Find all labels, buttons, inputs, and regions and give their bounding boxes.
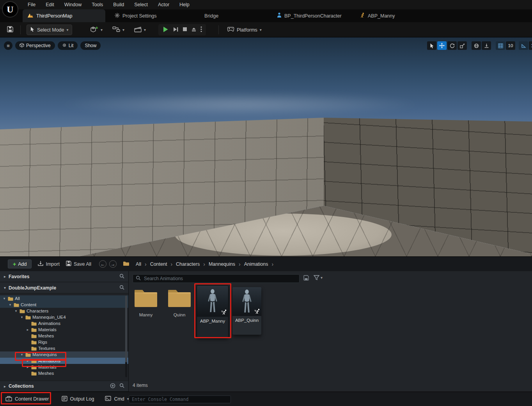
chevron-down-icon[interactable]: ▾ [20,315,24,319]
surface-snap-button[interactable] [482,41,491,50]
asset-folder-manny[interactable]: Manny [133,288,158,317]
cinematics-dropdown[interactable]: ▾ [131,25,149,35]
move-tool-button[interactable] [437,41,447,50]
chevron-right-icon[interactable]: ▸ [26,365,30,369]
unreal-logo-icon[interactable]: U [2,1,18,18]
save-level-button[interactable] [4,25,16,35]
menu-item-tools[interactable]: Tools [87,0,108,9]
perspective-dropdown[interactable]: Perspective [15,41,55,50]
asset-search-box[interactable] [133,274,300,283]
add-button[interactable]: + Add [8,259,32,268]
add-collection-icon[interactable] [110,383,115,390]
tree-item-all[interactable]: ▾All [0,295,128,302]
asset-folder-quinn[interactable]: Quinn [167,288,192,317]
show-label: Show [85,43,96,48]
collections-section-header[interactable]: ▸ Collections [0,381,128,392]
tree-item-textures[interactable]: Textures [0,345,128,351]
menu-item-window[interactable]: Window [59,0,87,9]
favorites-section-header[interactable]: ▸ Favorites [0,271,128,282]
back-button[interactable]: ← [99,260,106,268]
lit-dropdown[interactable]: Lit [58,41,78,50]
play-options-menu[interactable] [200,26,202,34]
search-icon[interactable] [119,383,124,389]
play-button[interactable] [162,26,169,34]
grid-snap-value[interactable]: 10 [506,41,515,50]
tree-item-animations[interactable]: Animations [0,320,128,327]
tree-item-content[interactable]: ▾Content [0,302,128,308]
tree-item-label: Materials [38,327,57,332]
blueprints-dropdown[interactable]: ▾ [109,25,128,35]
breadcrumb-item-mannequins[interactable]: Mannequins [209,261,235,267]
tab-thirdpersonmap[interactable]: ThirdPersonMap [23,9,105,22]
save-search-icon[interactable] [303,275,309,282]
frame-skip-button[interactable] [173,27,179,33]
lit-label: Lit [69,43,74,48]
menu-item-build[interactable]: Build [108,0,129,9]
grid-snap-button[interactable] [496,41,505,50]
tab-project settings[interactable]: Project Settings [110,9,161,22]
stop-button[interactable] [183,27,187,33]
project-section-header[interactable]: ▾ DoubleJumpExample [0,282,128,293]
content-drawer-button[interactable]: Content Drawer [1,392,54,406]
console-command-input[interactable] [129,395,231,403]
chevron-down-icon[interactable]: ▾ [8,303,12,307]
tree-item-meshes[interactable]: Meshes [0,370,128,376]
chevron-right-icon[interactable]: ▸ [26,328,30,332]
viewport-options-menu[interactable]: ≡ [4,41,12,50]
menu-item-actor[interactable]: Actor [153,0,174,9]
show-dropdown[interactable]: Show [80,41,101,50]
asset-abp_manny[interactable]: ABP_Manny [197,286,228,337]
menu-item-edit[interactable]: Edit [41,0,59,9]
rotation-snap-button[interactable] [519,41,528,50]
svg-text:+: + [96,26,98,30]
tree-item-animations[interactable]: ▸Animations [0,358,128,364]
tab-bridge[interactable]: Bridge [200,9,223,22]
world-coordinate-button[interactable] [472,41,481,50]
asset-thumbnail [232,287,261,316]
tree-scrollbar-thumb[interactable] [125,295,127,362]
platforms-dropdown[interactable]: Platforms ▾ [224,25,265,35]
breadcrumb-item-all[interactable]: All [136,261,141,267]
tree-item-characters[interactable]: ▾Characters [0,308,128,314]
tab-bp_thirdpersoncharacter[interactable]: BP_ThirdPersonCharacter [272,9,346,22]
chevron-down-icon[interactable]: ▾ [2,297,6,300]
level-viewport[interactable]: ≡ Perspective Lit Show 10 [0,37,532,256]
tab-label: Bridge [204,13,218,19]
scale-tool-button[interactable] [458,41,467,50]
output-log-button[interactable]: Output Log [57,392,99,406]
tree-item-materials[interactable]: ▸Materials [0,364,128,370]
eject-button[interactable] [191,27,197,33]
breadcrumb-item-animations[interactable]: Animations [244,261,268,267]
forward-button[interactable]: → [109,260,117,268]
quick-add-dropdown[interactable]: + ▾ [87,25,106,35]
folder-icon [25,315,31,320]
tree-item-label: All [15,296,20,301]
menu-item-help[interactable]: Help [174,0,195,9]
menu-item-select[interactable]: Select [129,0,153,9]
chevron-down-icon[interactable]: ▾ [14,309,18,313]
tree-item-mannequin_ue4[interactable]: ▾Mannequin_UE4 [0,314,128,320]
import-button[interactable]: Import [38,261,59,267]
select-tool-button[interactable] [427,41,436,50]
breadcrumb-item-content[interactable]: Content [150,261,167,267]
tree-item-meshes[interactable]: Meshes [0,333,128,339]
search-input[interactable] [143,275,296,282]
chevron-right-icon: › [203,261,205,267]
search-icon[interactable] [119,274,124,280]
tree-item-rigs[interactable]: Rigs [0,339,128,345]
play-controls [158,24,206,35]
filter-dropdown[interactable]: ▾ [314,275,323,280]
tree-item-mannequins[interactable]: ▾Mannequins [0,351,128,358]
search-icon[interactable] [119,285,124,291]
tree-item-materials[interactable]: ▸Materials [0,327,128,333]
chevron-right-icon[interactable]: ▸ [26,359,30,363]
save-all-button[interactable]: Save All [66,261,91,267]
rotation-snap-value[interactable]: 10 [529,41,532,50]
select-mode-dropdown[interactable]: Select Mode ▾ [27,25,72,35]
asset-abp_quinn[interactable]: ABP_Quinn [232,287,261,335]
menu-item-file[interactable]: File [23,0,41,9]
tab-abp_manny[interactable]: ABP_Manny [355,9,399,22]
rotate-tool-button[interactable] [447,41,457,50]
chevron-down-icon[interactable]: ▾ [20,353,24,357]
breadcrumb-item-characters[interactable]: Characters [176,261,200,267]
